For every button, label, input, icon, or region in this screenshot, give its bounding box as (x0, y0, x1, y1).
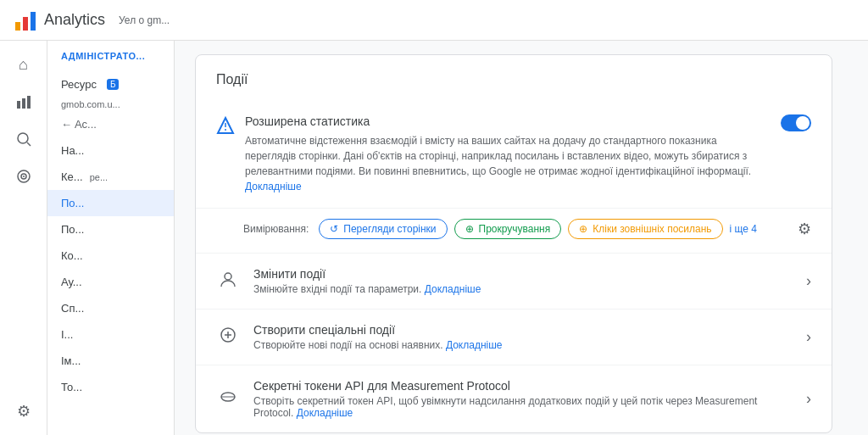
admin-item-na[interactable]: На... (47, 137, 174, 164)
enhanced-stat-body: Розширена статистика Автоматичне відстеж… (245, 114, 771, 194)
svg-rect-1 (23, 17, 28, 31)
api-tokens-desc: Створіть секретний токен API, щоб увімкн… (253, 395, 793, 419)
admin-title: АДМІНІСТРАТО... (47, 41, 174, 68)
change-events-title: Змінити події (253, 267, 793, 281)
create-events-icon (216, 326, 240, 349)
admin-item-im[interactable]: Ім... (47, 348, 174, 374)
measurements-label: Вимірювання: (243, 223, 309, 235)
change-events-icon (216, 270, 240, 293)
api-tokens-arrow: › (806, 390, 811, 408)
admin-item-ko[interactable]: Ко... (47, 243, 174, 269)
scroll-chip-label: Прокручування (479, 223, 551, 235)
admin-item-po-active[interactable]: По... (47, 190, 174, 216)
api-tokens-body: Секретні токени API для Measurement Prot… (253, 379, 793, 419)
explore-icon-btn[interactable] (7, 122, 41, 156)
svg-line-7 (27, 142, 31, 146)
enhanced-stat-desc: Автоматичне відстеження взаємодій і вміс… (245, 133, 771, 194)
svg-point-6 (18, 133, 28, 143)
ext-chip-icon: ⊕ (579, 223, 587, 235)
back-button[interactable]: ← Ac... (47, 111, 174, 137)
logo: Analytics (14, 8, 105, 32)
page-chip-label: Перегляди сторінки (343, 223, 436, 235)
resource-badge: Б (107, 79, 120, 90)
change-events-desc: Змінюйте вхідні події та параметри. Докл… (253, 283, 793, 295)
advertising-icon-btn[interactable] (7, 159, 41, 193)
ext-links-chip[interactable]: ⊕ Кліки зовнішніх посилань (568, 219, 722, 239)
measurements-row: Вимірювання: ↺ Перегляди сторінки ⊕ Прок… (196, 209, 832, 253)
enhanced-stat-row: Розширена статистика Автоматичне відстеж… (196, 101, 832, 209)
admin-item-i[interactable]: І... (47, 321, 174, 348)
app-header: Analytics Уел о gm... (0, 0, 868, 41)
home-icon-btn[interactable]: ⌂ (7, 47, 41, 81)
api-tokens-item[interactable]: Секретні токени API для Measurement Prot… (196, 365, 832, 432)
svg-rect-2 (31, 12, 36, 31)
resource-site: gmob.com.u... (47, 98, 174, 111)
admin-section: Ресурс Б gmob.com.u... ← Ac... На... Ке.… (47, 68, 174, 404)
change-events-item[interactable]: Змінити події Змінюйте вхідні події та п… (196, 253, 832, 309)
app-layout: ⌂ ⚙ АДМІНІСТРАТО... Ресурс Б gmob.com.u.… (0, 41, 868, 435)
create-events-arrow: › (806, 328, 811, 346)
enhanced-stat-title: Розширена статистика (245, 114, 771, 128)
create-events-body: Створити спеціальні події Створюйте нові… (253, 323, 793, 351)
api-tokens-link[interactable]: Докладніше (297, 407, 353, 419)
change-events-arrow: › (806, 272, 811, 290)
admin-item-to[interactable]: То... (47, 374, 174, 400)
change-events-link[interactable]: Докладніше (425, 283, 481, 295)
api-tokens-title: Секретні токени API для Measurement Prot… (253, 379, 793, 393)
more-measurements-link[interactable]: і ще 4 (730, 223, 757, 235)
reports-icon-btn[interactable] (7, 85, 41, 119)
create-events-title: Створити спеціальні події (253, 323, 793, 337)
create-events-item[interactable]: Створити спеціальні події Створюйте нові… (196, 309, 832, 365)
measurements-gear-btn[interactable]: ⚙ (798, 220, 811, 238)
admin-item-sp[interactable]: Сп... (47, 295, 174, 321)
events-section-title: Події (196, 55, 832, 101)
app-title: Analytics (44, 11, 105, 29)
admin-item-po2[interactable]: По... (47, 216, 174, 243)
events-section-card: Події Розширена статистика Автоматичне в… (195, 54, 832, 433)
svg-point-13 (225, 129, 226, 131)
svg-point-14 (225, 273, 231, 280)
enhanced-stat-link[interactable]: Докладніше (245, 181, 302, 192)
content-inner: Події Розширена статистика Автоматичне в… (175, 41, 853, 435)
api-tokens-icon (216, 388, 240, 410)
ext-chip-label: Кліки зовнішніх посилань (593, 223, 711, 235)
page-views-chip[interactable]: ↺ Перегляди сторінки (319, 219, 447, 239)
svg-rect-4 (22, 98, 25, 109)
admin-panel: АДМІНІСТРАТО... Ресурс Б gmob.com.u... ←… (47, 41, 175, 435)
enhanced-stat-toggle[interactable] (781, 114, 811, 131)
change-events-body: Змінити події Змінюйте вхідні події та п… (253, 267, 793, 295)
svg-point-10 (23, 176, 25, 177)
svg-rect-3 (17, 101, 20, 109)
admin-resource-label: Ресурс Б (47, 71, 174, 98)
svg-rect-0 (15, 22, 20, 31)
page-chip-icon: ↺ (330, 223, 338, 235)
analytics-logo-icon (14, 8, 37, 32)
icon-sidebar: ⌂ ⚙ (0, 41, 47, 435)
enhanced-stat-header: Розширена статистика Автоматичне відстеж… (216, 114, 811, 194)
account-info: Уел о gm... (119, 14, 170, 26)
create-events-link[interactable]: Докладніше (446, 339, 503, 351)
enhanced-stat-icon (216, 116, 235, 139)
main-content: Події Розширена статистика Автоматичне в… (175, 41, 868, 435)
scroll-chip[interactable]: ⊕ Прокручування (454, 219, 562, 239)
scroll-chip-icon: ⊕ (465, 223, 474, 235)
svg-rect-5 (27, 96, 31, 109)
create-events-desc: Створюйте нові події на основі наявних. … (253, 339, 793, 351)
admin-item-ke[interactable]: Ке...ре... (47, 164, 174, 190)
settings-icon-btn[interactable]: ⚙ (7, 394, 41, 428)
admin-item-au[interactable]: Ау... (47, 269, 174, 295)
